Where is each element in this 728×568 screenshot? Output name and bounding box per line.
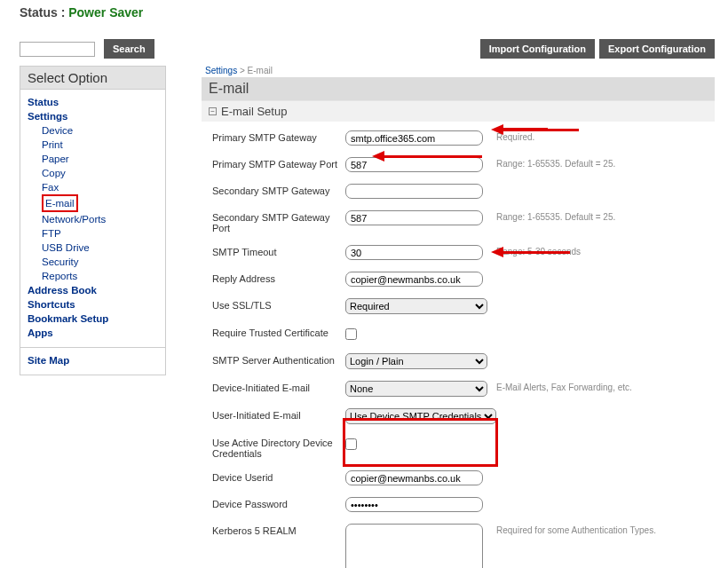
import-config-button[interactable]: Import Configuration (480, 39, 595, 59)
sidebar-item-address-book[interactable]: Address Book (28, 283, 158, 297)
status-bar: Status : Power Saver (0, 0, 728, 36)
sidebar-item-apps[interactable]: Apps (28, 326, 158, 340)
sidebar-divider (20, 347, 165, 348)
label-user-initiated: User-Initiated E-mail (212, 408, 345, 421)
label-secondary-gateway: Secondary SMTP Gateway (212, 184, 345, 196)
reply-address-input[interactable] (345, 272, 483, 287)
sidebar-item-email[interactable]: E-mail (45, 196, 75, 210)
status-value: Power Saver (68, 5, 143, 20)
primary-gateway-input[interactable] (345, 130, 483, 146)
breadcrumb: Settings > E-mail (202, 66, 715, 77)
collapse-icon[interactable]: − (209, 107, 217, 115)
sidebar-item-reports[interactable]: Reports (42, 269, 158, 283)
sidebar-item-email-highlight: E-mail (42, 194, 158, 212)
subsection-header-setup[interactable]: − E-mail Setup (202, 100, 715, 122)
hint-kerberos: Required for some Authentication Types. (496, 524, 656, 535)
sidebar-item-status[interactable]: Status (28, 95, 158, 109)
annotation-rect-credentials (343, 418, 498, 467)
status-label: Status : (20, 5, 65, 20)
search-button[interactable]: Search (104, 39, 154, 59)
sidebar: Select Option Status Settings Device Pri… (20, 66, 166, 375)
label-smtp-auth: SMTP Server Authentication (212, 353, 345, 366)
label-primary-gateway: Primary SMTP Gateway (212, 130, 345, 143)
sidebar-item-security[interactable]: Security (42, 255, 158, 269)
primary-port-input[interactable] (345, 157, 483, 172)
secondary-port-input[interactable] (345, 210, 483, 225)
sidebar-item-bookmark[interactable]: Bookmark Setup (28, 312, 158, 326)
hint-timeout: Range: 5-30 seconds (496, 245, 581, 256)
trusted-cert-checkbox[interactable] (345, 328, 357, 340)
annotation-strike-required (499, 128, 548, 130)
label-device-initiated: Device-Initiated E-mail (212, 381, 345, 393)
label-reply-address: Reply Address (212, 272, 345, 284)
search-input[interactable] (20, 42, 95, 57)
sidebar-item-copy[interactable]: Copy (42, 166, 158, 180)
kerberos-realm-input[interactable] (345, 524, 483, 568)
email-setup-form: Primary SMTP Gateway Required. Primary S… (202, 122, 715, 568)
smtp-timeout-input[interactable] (345, 245, 483, 260)
sidebar-item-usb[interactable]: USB Drive (42, 241, 158, 255)
section-header-email: E-mail (202, 77, 715, 100)
sidebar-header: Select Option (20, 67, 165, 90)
sidebar-item-paper[interactable]: Paper (42, 152, 158, 166)
device-initiated-select[interactable]: None (345, 381, 487, 397)
label-device-userid: Device Userid (212, 470, 345, 483)
breadcrumb-email: E-mail (248, 66, 273, 75)
sidebar-item-print[interactable]: Print (42, 138, 158, 152)
smtp-auth-select[interactable]: Login / Plain (345, 353, 487, 369)
device-userid-input[interactable] (345, 470, 483, 485)
label-kerberos-realm: Kerberos 5 REALM (212, 524, 345, 536)
use-ssl-select[interactable]: Required (345, 298, 487, 314)
label-trusted-cert: Require Trusted Certificate (212, 326, 345, 338)
label-smtp-timeout: SMTP Timeout (212, 245, 345, 257)
sidebar-item-fax[interactable]: Fax (42, 180, 158, 194)
hint-primary-port: Range: 1-65535. Default = 25. (496, 157, 615, 169)
sidebar-item-ftp[interactable]: FTP (42, 226, 158, 241)
hint-device-initiated: E-Mail Alerts, Fax Forwarding, etc. (496, 381, 632, 392)
label-secondary-port: Secondary SMTP Gateway Port (212, 210, 345, 233)
hint-primary-gateway: Required. (496, 130, 534, 142)
sidebar-item-settings[interactable]: Settings (28, 109, 158, 123)
device-password-input[interactable] (345, 497, 483, 512)
export-config-button[interactable]: Export Configuration (599, 39, 715, 59)
sidebar-item-shortcuts[interactable]: Shortcuts (28, 297, 158, 312)
label-ad-creds: Use Active Directory Device Credentials (212, 436, 345, 459)
label-primary-port: Primary SMTP Gateway Port (212, 157, 345, 170)
secondary-gateway-input[interactable] (345, 184, 483, 199)
breadcrumb-settings[interactable]: Settings (205, 66, 237, 75)
sidebar-item-network[interactable]: Network/Ports (42, 212, 158, 226)
hint-secondary-port: Range: 1-65535. Default = 25. (496, 210, 615, 222)
top-toolbar: Search Import Configuration Export Confi… (0, 36, 728, 64)
content-area: Settings > E-mail E-mail − E-mail Setup … (202, 66, 715, 568)
label-device-password: Device Password (212, 497, 345, 509)
sidebar-item-device[interactable]: Device (42, 123, 158, 138)
label-use-ssl: Use SSL/TLS (212, 298, 345, 311)
sidebar-item-sitemap[interactable]: Site Map (28, 353, 158, 367)
